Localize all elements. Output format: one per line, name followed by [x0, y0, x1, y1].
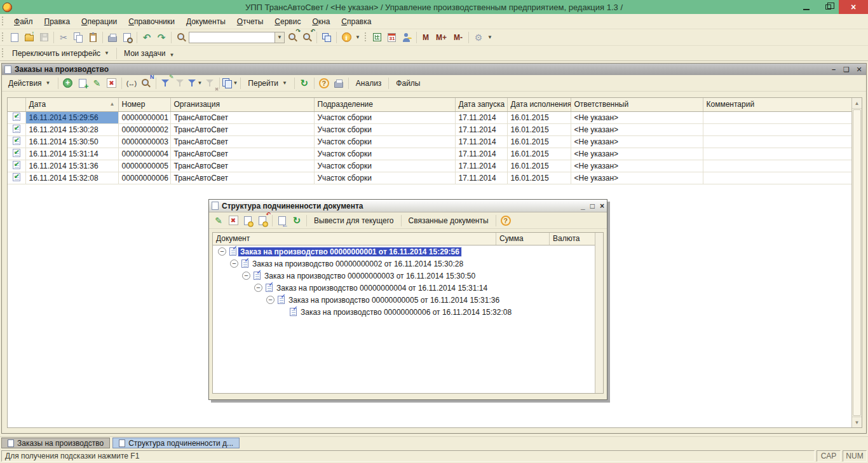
user-block-button[interactable]	[400, 31, 414, 45]
collapse-icon[interactable]: −	[242, 272, 250, 280]
menu-item-8[interactable]: Окна	[306, 15, 336, 28]
open-button[interactable]	[22, 31, 36, 45]
table-cell[interactable]: Участок сборки	[314, 123, 455, 135]
scroll-down-arrow[interactable]: ▼	[852, 417, 862, 427]
column-header[interactable]: Подразделение	[314, 98, 455, 111]
tree-item-label[interactable]: Заказ на производство 00000000006 от 16.…	[299, 308, 513, 317]
table-row[interactable]: 16.11.2014 15:30:2800000000002ТрансАвтоС…	[8, 123, 853, 135]
column-header[interactable]: Ответственный	[571, 98, 703, 111]
tree-row[interactable]: −Заказ на производство 00000000004 от 16…	[213, 282, 595, 294]
settings-button[interactable]	[471, 31, 485, 45]
table-cell[interactable]: Участок сборки	[314, 160, 455, 172]
find-by-number-button[interactable]: N	[139, 76, 153, 90]
taskbar-tab-1[interactable]: Заказы на производство	[1, 438, 110, 448]
toolbar-grip[interactable]	[1, 16, 4, 26]
new-document-button[interactable]	[8, 31, 22, 45]
cut-button[interactable]	[57, 31, 71, 45]
dialog-column-header[interactable]: Валюта	[550, 233, 596, 245]
mdi-close-button[interactable]: ✕	[855, 66, 864, 74]
table-cell[interactable]	[703, 160, 853, 172]
table-row[interactable]: 16.11.2014 15:31:3600000000005ТрансАвтоС…	[8, 160, 853, 172]
table-cell[interactable]: 16.11.2014 15:31:36	[25, 160, 118, 172]
table-row[interactable]: 16.11.2014 15:29:5600000000001ТрансАвтоС…	[8, 111, 853, 123]
menu-item-2[interactable]: Правка	[39, 15, 76, 28]
table-cell[interactable]	[703, 148, 853, 160]
table-cell[interactable]: <Не указан>	[571, 148, 703, 160]
table-cell[interactable]: ТрансАвтоСвет	[170, 135, 314, 148]
table-cell[interactable]: 16.11.2014 15:30:28	[25, 123, 118, 135]
movements-report-alt-button[interactable]: ↶	[255, 214, 269, 228]
collapse-icon[interactable]: −	[218, 247, 226, 256]
table-row[interactable]: 16.11.2014 15:30:5000000000003ТрансАвтоС…	[8, 135, 853, 148]
dialog-close-button[interactable]: ×	[600, 202, 604, 211]
table-cell[interactable]: 17.11.2014	[455, 172, 507, 184]
table-cell[interactable]: 00000000004	[118, 148, 170, 160]
menu-item-4[interactable]: Справочники	[123, 15, 180, 28]
dialog-refresh-button[interactable]	[290, 214, 304, 228]
tree-item-label[interactable]: Заказ на производство 00000000005 от 16.…	[287, 296, 501, 305]
show-current-button[interactable]: Вывести для текущего	[309, 215, 398, 226]
filter-history-button[interactable]: ▼	[188, 76, 203, 90]
column-header-icon[interactable]	[8, 98, 25, 111]
my-tasks-button[interactable]: Мои задачи ▼	[119, 47, 179, 59]
output-list-button[interactable]: ▼	[222, 76, 238, 90]
settings-dropdown-arrow[interactable]: ▼	[487, 34, 492, 40]
menu-item-1[interactable]: Файл	[8, 15, 39, 28]
dialog-column-header[interactable]: Документ	[213, 233, 496, 245]
table-cell[interactable]	[703, 123, 853, 135]
table-cell[interactable]: ТрансАвтоСвет	[170, 172, 314, 184]
table-cell[interactable]: <Не указан>	[571, 123, 703, 135]
minimize-button[interactable]	[796, 0, 817, 14]
table-cell[interactable]: 00000000001	[118, 111, 170, 123]
close-button[interactable]: ×	[839, 0, 868, 14]
analysis-button[interactable]: Анализ	[351, 78, 386, 89]
table-cell[interactable]: 00000000006	[118, 172, 170, 184]
table-cell[interactable]: 17.11.2014	[455, 160, 507, 172]
table-cell[interactable]: 00000000005	[118, 160, 170, 172]
paste-button[interactable]	[86, 31, 100, 45]
restore-button[interactable]	[817, 0, 839, 14]
mdi-restore-button[interactable]: ❏	[842, 66, 851, 74]
table-cell[interactable]: <Не указан>	[571, 111, 703, 123]
table-cell[interactable]	[703, 135, 853, 148]
actions-button[interactable]: Действия ▼	[4, 78, 55, 89]
delete-button[interactable]	[105, 76, 119, 90]
column-header[interactable]: Дата исполнения	[507, 98, 571, 111]
table-cell[interactable]: ТрансАвтоСвет	[170, 111, 314, 123]
add-copy-button[interactable]	[76, 76, 90, 90]
search-button[interactable]	[174, 31, 188, 45]
vertical-scrollbar[interactable]: ▲ ▼	[851, 98, 862, 427]
edit-button[interactable]	[90, 76, 104, 90]
table-cell[interactable]: Участок сборки	[314, 135, 455, 148]
dialog-maximize-button[interactable]: □	[590, 202, 595, 211]
collapse-icon[interactable]: −	[254, 284, 262, 292]
find-next-button[interactable]: ↷	[285, 31, 299, 45]
service-info-button[interactable]	[339, 31, 353, 45]
table-cell[interactable]: 16.11.2014 15:30:50	[25, 135, 118, 148]
goto-button[interactable]: Перейти ▼	[243, 78, 291, 89]
table-cell[interactable]: ТрансАвтоСвет	[170, 148, 314, 160]
dialog-edit-button[interactable]	[212, 214, 226, 228]
table-cell[interactable]: 17.11.2014	[455, 123, 507, 135]
table-cell[interactable]	[703, 172, 853, 184]
table-cell[interactable]: 00000000002	[118, 123, 170, 135]
table-cell[interactable]: <Не указан>	[571, 172, 703, 184]
table-row[interactable]: 16.11.2014 15:31:1400000000004ТрансАвтоС…	[8, 148, 853, 160]
menu-item-3[interactable]: Операции	[76, 15, 123, 28]
tree-row[interactable]: −Заказ на производство 00000000005 от 16…	[213, 294, 595, 306]
filter-settings-button[interactable]: ✎	[159, 76, 173, 90]
print-button[interactable]	[105, 31, 119, 45]
table-cell[interactable]: 16.01.2015	[507, 148, 571, 160]
redo-button[interactable]	[154, 31, 168, 45]
scroll-up-arrow[interactable]: ▲	[852, 98, 862, 109]
find-in-list-button[interactable]	[275, 214, 289, 228]
search-input[interactable]	[189, 32, 275, 43]
print-preview-button[interactable]	[120, 31, 134, 45]
movements-report-button[interactable]	[241, 214, 255, 228]
table-cell[interactable]: 17.11.2014	[455, 111, 507, 123]
table-cell[interactable]: 16.11.2014 15:32:08	[25, 172, 118, 184]
table-cell[interactable]: <Не указан>	[571, 135, 703, 148]
table-cell[interactable]: ТрансАвтоСвет	[170, 160, 314, 172]
table-cell[interactable]: 16.01.2015	[507, 123, 571, 135]
filter-by-value-button[interactable]	[173, 76, 187, 90]
